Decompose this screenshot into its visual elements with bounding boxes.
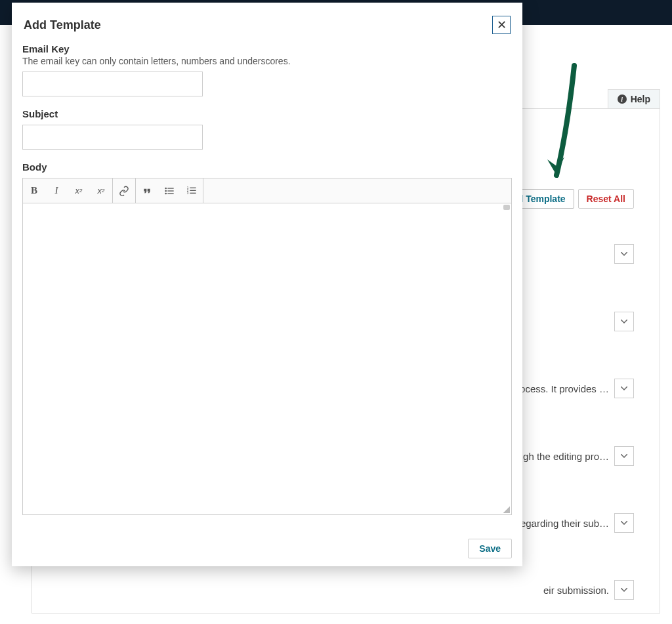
scrollbar-thumb[interactable] (503, 205, 510, 210)
numbered-list-icon: 123 (186, 186, 197, 196)
modal-footer: Save (22, 515, 512, 558)
svg-text:3: 3 (187, 192, 189, 195)
body-label: Body (22, 161, 512, 173)
quote-button[interactable] (136, 178, 158, 203)
superscript-button[interactable]: x2 (68, 178, 90, 203)
svg-point-2 (165, 192, 167, 194)
subject-label: Subject (22, 108, 512, 119)
close-icon: ✕ (497, 19, 507, 31)
subscript-button[interactable]: x2 (90, 178, 112, 203)
svg-rect-10 (190, 190, 196, 190)
email-key-hint: The email key can only contain letters, … (22, 56, 512, 66)
close-button[interactable]: ✕ (492, 16, 511, 34)
bullet-list-button[interactable] (158, 178, 180, 203)
svg-rect-5 (167, 193, 173, 194)
svg-rect-9 (190, 187, 196, 188)
email-key-group: Email Key The email key can only contain… (22, 43, 512, 96)
save-button[interactable]: Save (468, 539, 512, 558)
svg-rect-11 (190, 192, 196, 193)
numbered-list-button[interactable]: 123 (180, 178, 203, 203)
resize-handle[interactable] (503, 507, 510, 513)
add-template-modal: Add Template ✕ Email Key The email key c… (12, 3, 522, 566)
email-key-input[interactable] (22, 72, 203, 96)
link-button[interactable] (113, 178, 135, 203)
link-icon (119, 186, 129, 196)
svg-point-1 (165, 190, 167, 192)
subject-input[interactable] (22, 125, 203, 150)
quote-icon (142, 186, 152, 196)
modal-overlay: Add Template ✕ Email Key The email key c… (0, 0, 672, 624)
body-editor[interactable] (22, 203, 512, 515)
email-key-label: Email Key (22, 43, 512, 54)
editor-toolbar: B I x2 x2 (22, 178, 512, 203)
bold-button[interactable]: B (23, 178, 45, 203)
svg-point-0 (165, 187, 167, 189)
svg-rect-4 (167, 190, 173, 191)
subject-group: Subject (22, 108, 512, 150)
bullet-list-icon (164, 186, 175, 196)
svg-rect-3 (167, 188, 173, 188)
body-group: Body B I x2 x2 (22, 161, 512, 515)
modal-header: Add Template ✕ (22, 13, 512, 43)
modal-title: Add Template (24, 18, 101, 32)
italic-button[interactable]: I (45, 178, 68, 203)
